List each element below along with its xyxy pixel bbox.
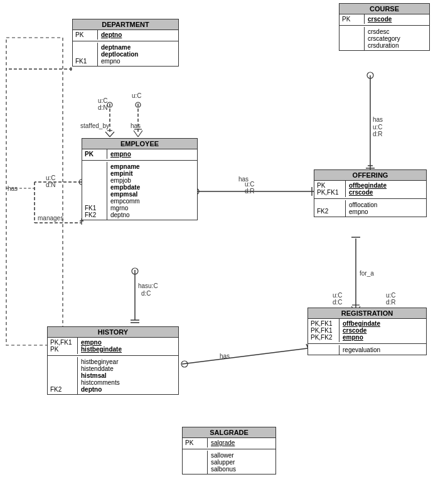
hist-pk1-label: PK,FK1 [50, 339, 75, 346]
reg-pk-attr3: empno [343, 334, 380, 341]
course-entity: COURSE PK crscode crsdesc crscategory cr… [339, 3, 430, 51]
dr2-off-reg: d:R [386, 299, 396, 306]
svg-point-24 [367, 72, 373, 78]
reg-attr-regevaluation: regevaluation [343, 346, 380, 353]
off-pk2-label: PK,FK1 [317, 189, 343, 196]
offering-entity: OFFERING PK PK,FK1 offbegindate crscode … [314, 169, 427, 217]
manages-label: manages [38, 215, 63, 222]
dept-fk1-label: FK1 [75, 58, 95, 65]
hist-fk2-label: FK2 [50, 386, 75, 393]
sal-attr-salbonus: salbonus [211, 466, 236, 473]
staffed-by-label: staffed_by [80, 122, 109, 129]
svg-line-8 [134, 131, 138, 137]
svg-point-2 [107, 102, 112, 107]
salgrade-entity: SALGRADE PK salgrade sallower salupper s… [182, 427, 276, 475]
offering-title: OFFERING [314, 170, 426, 181]
emp-attr-empinit: empinit [110, 170, 140, 177]
sal-pk-attr: salgrade [211, 439, 235, 446]
emp-pk-attr: empno [110, 151, 131, 158]
emp-attr-mgrno: mgrno [110, 205, 140, 212]
off-attr-offlocation: offlocation [349, 201, 377, 208]
svg-line-36 [182, 348, 307, 364]
diagram-container: DEPARTMENT PK deptno FK1 deptname deptlo… [0, 0, 433, 504]
dn-label-emp-left: d:N [46, 181, 56, 188]
dr-emp-off: d:R [245, 188, 255, 195]
department-title: DEPARTMENT [73, 19, 178, 30]
emp-attr-empmsal: empmsal [110, 191, 140, 198]
has-emp-off: has [238, 176, 249, 183]
svg-point-33 [132, 268, 138, 274]
uc-course-off: u:C [373, 124, 383, 131]
course-pk-label: PK [342, 16, 361, 23]
svg-line-9 [138, 131, 142, 137]
history-entity: HISTORY PK,FK1 PK empno histbegindate FK… [47, 326, 179, 395]
hist-pk2-label: PK [50, 346, 75, 353]
department-entity: DEPARTMENT PK deptno FK1 deptname deptlo… [72, 19, 179, 67]
dn-label-dept-left: d:N [98, 104, 108, 111]
for-a-label: for_a [360, 270, 374, 277]
course-attr-crscategory: crscategory [368, 35, 400, 42]
hasu-label: hasu:C [138, 282, 158, 289]
emp-attr-empbdate: empbdate [110, 184, 140, 191]
off-attr-empno: empno [349, 208, 377, 215]
registration-title: REGISTRATION [308, 308, 426, 319]
off-fk2-label: FK2 [317, 208, 343, 215]
uc-off-reg: u:C [333, 292, 343, 299]
registration-entity: REGISTRATION PK,FK1 PK,FK1 PK,FK2 offbeg… [307, 308, 427, 355]
has-emp-hist: has [220, 353, 230, 360]
dr-course-off: d:R [373, 131, 383, 137]
uc-label-dept-right: u:C [132, 92, 142, 99]
uc-label-emp-left: u:C [46, 174, 56, 181]
hist-attr-histenddate: histenddate [81, 365, 120, 372]
svg-point-37 [181, 361, 188, 367]
reg-pk1-label: PK,FK1 [311, 320, 336, 327]
has-label-dept-emp: has [131, 122, 141, 129]
reg-pk-attr1: offbegindate [343, 320, 380, 327]
dept-attr-deptname: deptname [101, 44, 138, 51]
off-pk1-label: PK [317, 182, 343, 189]
course-attr-crsduration: crsduration [368, 42, 400, 49]
dc-emp-hist: d:C [141, 290, 151, 297]
history-title: HISTORY [48, 327, 178, 338]
hist-attr-deptno: deptno [81, 386, 120, 393]
off-pk-attr2: crscode [349, 189, 387, 196]
hist-pk-attr1: empno [81, 339, 122, 346]
off-pk-attr1: offbegindate [349, 182, 387, 189]
svg-line-4 [110, 132, 114, 137]
emp-attr-empcomm: empcomm [110, 198, 140, 205]
reg-pk2-label: PK,FK1 [311, 327, 336, 334]
emp-attr-empjob: empjob [110, 177, 140, 184]
salgrade-title: SALGRADE [183, 427, 275, 438]
uc2-off-reg: u:C [386, 292, 396, 299]
course-title: COURSE [339, 4, 429, 14]
employee-title: EMPLOYEE [82, 139, 197, 149]
sal-pk-label: PK [185, 439, 205, 446]
reg-pk3-label: PK,FK2 [311, 334, 336, 341]
emp-attr-empname: empname [110, 163, 140, 170]
has-label-course-off: has [373, 116, 383, 123]
dc-off-reg: d:C [333, 299, 343, 306]
uc-label-dept-left: u:C [98, 97, 108, 104]
svg-point-7 [136, 102, 141, 107]
course-attr-crsdesc: crsdesc [368, 28, 400, 35]
dept-attr-empno: empno [101, 58, 138, 65]
course-pk-attr: crscode [368, 16, 392, 23]
dept-pk-label: PK [75, 31, 95, 38]
hist-attr-histmsal: histmsal [81, 372, 120, 379]
sal-attr-salupper: salupper [211, 459, 236, 466]
reg-pk-attr2: crscode [343, 327, 380, 334]
emp-pk-label: PK [85, 151, 104, 158]
svg-line-3 [105, 132, 110, 137]
employee-entity: EMPLOYEE PK empno FK1 FK2 empname empini… [82, 138, 198, 220]
has-label-left: has [8, 185, 18, 192]
hist-attr-histbeginyear: histbeginyear [81, 358, 120, 365]
hist-pk-attr2: histbegindate [81, 346, 122, 353]
emp-attr-deptno: deptno [110, 212, 140, 218]
emp-fk1-label: FK1 [85, 205, 104, 212]
hist-attr-histcomments: histcomments [81, 379, 120, 386]
dept-pk-attr: deptno [101, 31, 122, 38]
emp-fk2-label: FK2 [85, 212, 104, 218]
sal-attr-sallower: sallower [211, 452, 236, 459]
dept-attr-deptlocation: deptlocation [101, 51, 138, 58]
